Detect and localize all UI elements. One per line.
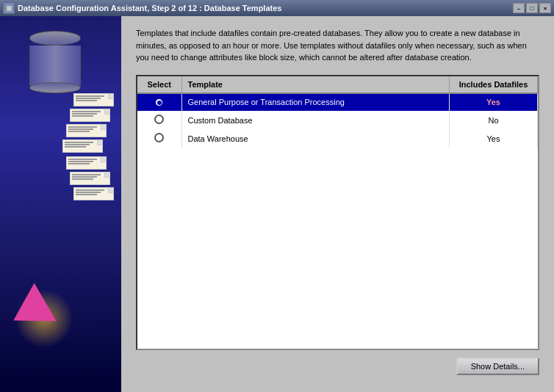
maximize-button[interactable]: □ (526, 3, 538, 13)
table-row[interactable]: Data Warehouse Yes (137, 129, 538, 148)
database-cylinder-icon (29, 31, 81, 90)
close-button[interactable]: × (539, 3, 551, 13)
window-controls: – □ × (513, 3, 551, 13)
table-row[interactable]: General Purpose or Transaction Processin… (137, 93, 538, 112)
datafiles-1: Yes (450, 93, 538, 112)
template-name-3: Data Warehouse (181, 129, 450, 148)
col-template: Template (181, 76, 450, 93)
col-datafiles: Includes Datafiles (450, 76, 538, 93)
template-name-1: General Purpose or Transaction Processin… (181, 93, 450, 112)
radio-button-1[interactable] (154, 98, 164, 107)
show-details-button[interactable]: Show Details... (456, 357, 539, 375)
radio-cell-2[interactable] (137, 111, 181, 129)
template-name-2: Custom Database (181, 111, 450, 129)
left-panel (0, 16, 121, 392)
show-details-area: Show Details... (136, 357, 539, 375)
main-container: Templates that include datafiles contain… (0, 16, 554, 392)
table-row[interactable]: Custom Database No (137, 111, 538, 129)
radio-button-2[interactable] (154, 115, 164, 124)
templates-table: Select Template Includes Datafiles Gener… (136, 75, 539, 351)
titlebar: ▣ Database Configuration Assistant, Step… (0, 0, 554, 16)
radio-button-3[interactable] (154, 133, 164, 142)
datafiles-3: Yes (450, 129, 538, 148)
window-title: Database Configuration Assistant, Step 2… (18, 4, 281, 12)
radio-cell-3[interactable] (137, 129, 181, 148)
radio-cell-1[interactable] (137, 93, 181, 112)
description-text: Templates that include datafiles contain… (136, 27, 539, 64)
col-select: Select (137, 76, 181, 93)
datafiles-2: No (450, 111, 538, 129)
right-panel: Templates that include datafiles contain… (121, 16, 554, 392)
minimize-button[interactable]: – (513, 3, 525, 13)
app-icon: ▣ (3, 2, 15, 14)
document-stack-icon (62, 90, 114, 203)
